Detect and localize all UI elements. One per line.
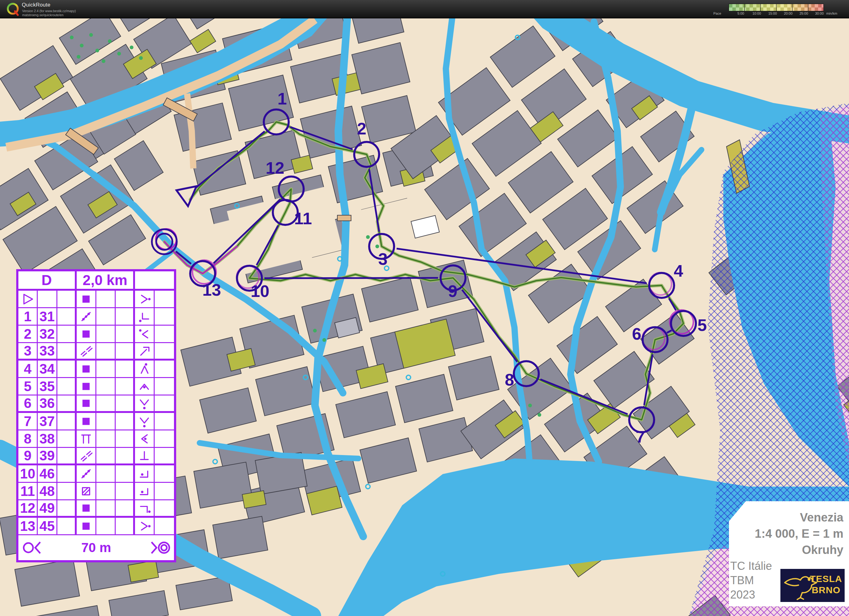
pace-tick-labels: 5:00 10:00 15:00 20:00 25:00 30:00 (728, 12, 823, 16)
descr-col-f (116, 518, 135, 535)
control-number: 13 (203, 280, 221, 299)
descr-col-e (96, 308, 116, 326)
quickroute-logo-icon (6, 2, 20, 16)
control-order: 3 (18, 343, 38, 361)
descr-col-f (116, 483, 135, 500)
position-symbol (135, 361, 154, 378)
descr-col-h (155, 378, 174, 395)
descr-col-h (155, 395, 174, 413)
feature-symbol (77, 395, 96, 413)
descr-col-f (116, 361, 135, 378)
descr-col-f (116, 448, 135, 465)
control-description-sheet[interactable]: D2,0 km131232333434535636737838939104611… (16, 269, 176, 562)
descr-col-f (116, 326, 135, 343)
feature-symbol (77, 361, 96, 378)
position-symbol (135, 448, 154, 465)
club-name-2: BRNO (810, 585, 842, 596)
control-number: 6 (632, 324, 641, 343)
control-code: 35 (38, 378, 57, 395)
control-code (38, 291, 57, 308)
control-code: 31 (38, 308, 57, 326)
descr-col-f (116, 430, 135, 448)
descr-col-f (116, 343, 135, 361)
control-code: 38 (38, 430, 57, 448)
feature-symbol (77, 326, 96, 343)
position-symbol (135, 500, 154, 518)
descr-header-blank (135, 271, 174, 291)
control-order: 11 (18, 483, 38, 500)
descr-col-c (57, 291, 77, 308)
pace-tick: 25:00 (800, 12, 808, 15)
position-symbol (135, 291, 154, 308)
control-code: 39 (38, 448, 57, 465)
pace-tick: 30:00 (815, 12, 824, 15)
descr-col-c (57, 483, 77, 500)
control-description-grid: D2,0 km131232333434535636737838939104611… (18, 271, 174, 560)
control-order (18, 291, 38, 308)
descr-col-h (155, 448, 174, 465)
descr-col-c (57, 413, 77, 430)
pace-tick: 15:00 (768, 12, 777, 15)
descr-col-h (155, 413, 174, 430)
control-order: 2 (18, 326, 38, 343)
feature-symbol (77, 430, 96, 448)
control-order: 12 (18, 500, 38, 518)
position-symbol (135, 395, 154, 413)
control-number: 7 (636, 427, 645, 446)
descr-col-f (116, 395, 135, 413)
descr-col-h (155, 465, 174, 483)
descr-col-e (96, 413, 116, 430)
pace-gradient-bar[interactable] (728, 4, 824, 11)
descr-col-c (57, 361, 77, 378)
event-line-1: TC Itálie (730, 559, 780, 573)
control-number: 4 (674, 261, 683, 280)
control-number: 5 (697, 316, 707, 334)
feature-symbol (77, 465, 96, 483)
control-code: 33 (38, 343, 57, 361)
control-order: 6 (18, 395, 38, 413)
pace-label: Pace (713, 12, 721, 15)
app-version: Version 2.4 (for www.bestik.cz/mapy) (22, 9, 76, 13)
event-line-2: TBM 2023 (730, 573, 780, 602)
pace-tick: 5:00 (737, 12, 744, 15)
descr-header-distance: 2,0 km (77, 271, 135, 291)
descr-col-f (116, 413, 135, 430)
descr-col-e (96, 448, 116, 465)
taped-route-finish-icon (137, 540, 171, 555)
descr-col-c (57, 378, 77, 395)
feature-symbol (77, 413, 96, 430)
feature-symbol (77, 291, 96, 308)
descr-col-c (57, 448, 77, 465)
position-symbol (135, 308, 154, 326)
pace-tick: 20:00 (784, 12, 792, 15)
descr-col-e (96, 500, 116, 518)
quickroute-window: 12345678910111213 QuickRoute Version 2.4… (0, 0, 849, 616)
descr-col-e (96, 518, 116, 535)
descr-col-e (96, 291, 116, 308)
feature-symbol (77, 378, 96, 395)
descr-col-f (116, 308, 135, 326)
feature-symbol (77, 448, 96, 465)
control-order: 8 (18, 430, 38, 448)
position-symbol (135, 378, 154, 395)
control-number: 3 (378, 249, 387, 268)
control-number: 11 (294, 209, 312, 228)
feature-symbol (77, 308, 96, 326)
descr-col-h (155, 361, 174, 378)
control-number: 9 (448, 282, 457, 300)
control-order: 1 (18, 308, 38, 326)
descr-col-e (96, 378, 116, 395)
pace-segment-separators (729, 4, 824, 11)
descr-col-h (155, 291, 174, 308)
app-title: QuickRoute (22, 2, 51, 8)
descr-col-c (57, 395, 77, 413)
descr-col-c (57, 343, 77, 361)
descr-col-h (155, 500, 174, 518)
control-code: 45 (38, 518, 57, 535)
feature-symbol (77, 343, 96, 361)
descr-col-c (57, 308, 77, 326)
descr-col-c (57, 518, 77, 535)
app-url: matstroeng.se/quickroute/en (22, 13, 64, 17)
descr-col-h (155, 483, 174, 500)
descr-col-f (116, 291, 135, 308)
